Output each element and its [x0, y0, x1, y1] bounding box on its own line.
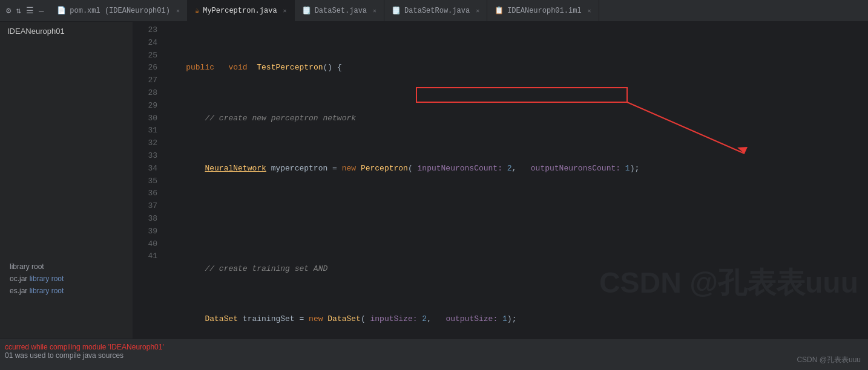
config-icon[interactable]: ☰: [26, 5, 34, 16]
ln-23: 23: [140, 24, 157, 37]
tab-iml-label: IDEANeuroph01.iml: [507, 7, 581, 15]
sidebar-title: IDEANeuroph01: [0, 22, 133, 41]
ln-25: 25: [140, 50, 157, 62]
ln-35: 35: [140, 175, 157, 188]
ln-28: 28: [140, 87, 157, 100]
line-numbers: 23 24 25 26 27 28 29 30 31 32 33 34 35 3…: [133, 24, 165, 339]
code-line-27: // create training set AND: [167, 263, 858, 276]
code-container[interactable]: 23 24 25 26 27 28 29 30 31 32 33 34 35 3…: [133, 22, 868, 339]
ln-26: 26: [140, 62, 157, 74]
iml-icon: 📋: [495, 6, 504, 15]
status-info-line2: 01 was used to compile java sources: [5, 351, 164, 360]
tab-pom-close[interactable]: ✕: [176, 7, 180, 15]
datasetrow-icon: 🗒️: [392, 6, 401, 15]
tab-dataset-label: DataSet.java: [315, 7, 367, 15]
code-line-25: NeuralNetwork myperceptron = new Percept…: [167, 163, 858, 175]
status-error-line1: ccurred while compiling module 'IDEANeur…: [5, 343, 164, 351]
tab-dataset[interactable]: 🗒️ DataSet.java ✕: [295, 0, 384, 22]
code-line-26: [167, 213, 858, 226]
code-line-24: // create new perceptron network: [167, 112, 858, 125]
tab-datasetrow-label: DataSetRow.java: [404, 7, 470, 15]
ln-30: 30: [140, 112, 157, 125]
tab-pom-xml[interactable]: 📄 pom.xml (IDEANeuroph01) ✕: [50, 0, 188, 22]
pom-icon: 📄: [57, 6, 66, 15]
sidebar-item-library-root-1[interactable]: library root: [0, 261, 133, 273]
ln-38: 38: [140, 213, 157, 226]
settings-icon[interactable]: ⚙: [6, 5, 11, 16]
tab-iml[interactable]: 📋 IDEANeuroph01.iml ✕: [487, 0, 599, 22]
ln-41: 41: [140, 250, 157, 263]
status-bar: ccurred while compiling module 'IDEANeur…: [0, 339, 868, 370]
ln-34: 34: [140, 163, 157, 175]
code-content: public void TestPerceptron() { // create…: [165, 24, 868, 339]
tab-myperceptron[interactable]: ☕ MyPerceptron.java ✕: [188, 0, 295, 22]
ln-33: 33: [140, 150, 157, 163]
tab-myperceptron-close[interactable]: ✕: [283, 7, 287, 15]
code-line-28: DataSet trainingSet = new DataSet( input…: [167, 313, 858, 326]
ln-39: 39: [140, 226, 157, 238]
tab-iml-close[interactable]: ✕: [588, 7, 591, 15]
myperceptron-icon: ☕: [195, 6, 199, 15]
split-icon[interactable]: ⇅: [16, 5, 21, 16]
minimize-icon[interactable]: —: [39, 6, 44, 16]
ln-32: 32: [140, 137, 157, 150]
dataset-icon: 🗒️: [302, 6, 311, 15]
sidebar-content: library root oc.jar library root es.jar …: [0, 41, 133, 339]
sidebar: IDEANeuroph01 library root oc.jar librar…: [0, 22, 133, 339]
main-area: IDEANeuroph01 library root oc.jar librar…: [0, 22, 868, 339]
tab-dataset-close[interactable]: ✕: [373, 7, 376, 15]
tab-pom-label: pom.xml (IDEANeuroph01): [70, 7, 170, 15]
ln-36: 36: [140, 187, 157, 200]
ln-31: 31: [140, 125, 157, 137]
tab-myperceptron-label: MyPerceptron.java: [203, 7, 277, 15]
tab-datasetrow-close[interactable]: ✕: [476, 7, 479, 15]
tab-datasetrow[interactable]: 🗒️ DataSetRow.java ✕: [384, 0, 487, 22]
toolbar-icons: ⚙ ⇅ ☰ —: [0, 5, 50, 16]
ln-27: 27: [140, 74, 157, 87]
ln-24: 24: [140, 37, 157, 50]
ln-29: 29: [140, 100, 157, 112]
sidebar-item-oc-jar[interactable]: oc.jar library root: [0, 273, 133, 285]
editor-area: 23 24 25 26 27 28 29 30 31 32 33 34 35 3…: [133, 22, 868, 339]
ln-40: 40: [140, 238, 157, 251]
tab-bar: ⚙ ⇅ ☰ — 📄 pom.xml (IDEANeuroph01) ✕ ☕ My…: [0, 0, 868, 22]
ln-37: 37: [140, 200, 157, 213]
sidebar-item-es-jar[interactable]: es.jar library root: [0, 285, 133, 297]
status-right: CSDN @孔表表uuu: [797, 355, 861, 365]
code-line-23: public void TestPerceptron() {: [167, 62, 858, 74]
status-messages: ccurred while compiling module 'IDEANeur…: [0, 342, 169, 361]
